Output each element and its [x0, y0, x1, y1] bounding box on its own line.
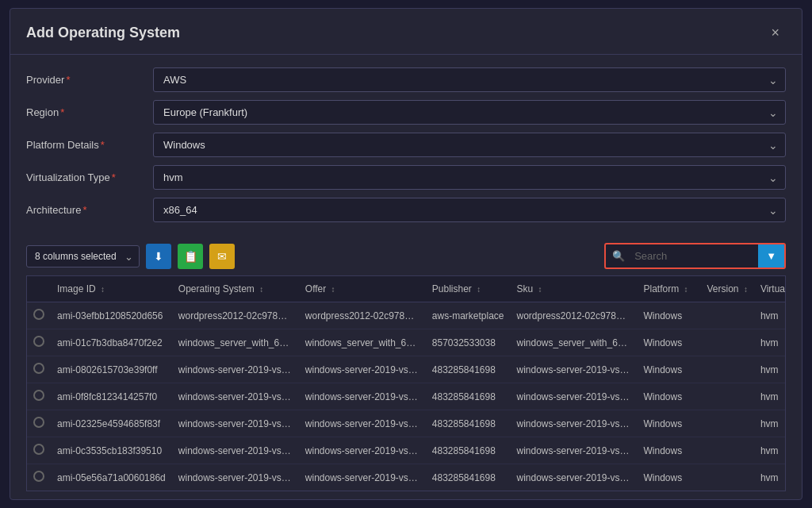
col-platform: Platform ↕: [638, 276, 701, 302]
table-body: ami-03efbb1208520d656 wordpress2012-02c9…: [27, 302, 786, 492]
virtualization-type-select[interactable]: hvm paravirtual: [153, 165, 786, 190]
cell-image-id: ami-0f8fc8123414257f0: [51, 383, 172, 410]
search-input[interactable]: [631, 245, 758, 267]
table-row[interactable]: ami-01c7b3dba8470f2e2 windows_server_wit…: [27, 329, 786, 356]
row-radio-5[interactable]: [33, 444, 44, 455]
cell-os: windows-server-2019-vs2019-1 690841117: [172, 383, 299, 410]
cell-publisher: 483285841698: [426, 464, 511, 491]
cell-publisher: 857032533038: [426, 329, 511, 356]
copy-button[interactable]: 📋: [178, 244, 203, 269]
cell-platform: Windows: [638, 491, 701, 492]
cell-sku: windows-server-2019-vs2019-1 686588012: [511, 464, 638, 491]
provider-row: Provider* AWS Azure GCP: [26, 67, 786, 92]
sort-image-id-icon[interactable]: ↕: [101, 285, 105, 294]
table-row[interactable]: ami-0c3535cb183f39510 windows-server-201…: [27, 437, 786, 464]
table-row[interactable]: ami-0f8fc8123414257f0 windows-server-201…: [27, 383, 786, 410]
row-select-cell[interactable]: [27, 491, 51, 492]
cell-virt-type: hvm: [754, 383, 786, 410]
cell-platform: Windows: [638, 410, 701, 437]
architecture-select-wrapper: x86_64 arm64 i386: [153, 198, 786, 222]
columns-select[interactable]: 8 columns selected: [26, 245, 140, 267]
cell-os: wordpress2012-02c97872-e1ee-4204-b975-30…: [172, 302, 299, 329]
region-select-wrapper: Europe (Frankfurt) US East (N. Virginia)…: [153, 100, 786, 125]
download-csv-icon: ⬇: [154, 250, 163, 263]
platform-details-select-wrapper: Windows Linux: [153, 133, 786, 157]
row-select-cell[interactable]: [27, 410, 51, 437]
region-select[interactable]: Europe (Frankfurt) US East (N. Virginia)…: [153, 100, 786, 125]
share-button[interactable]: ✉: [209, 244, 235, 269]
cell-image-id: ami-059f12ee2ac19f7bf: [51, 491, 172, 492]
row-radio-3[interactable]: [33, 390, 44, 401]
cell-offer: windows-server-2019-vs2019-1 686588012: [299, 464, 426, 491]
close-button[interactable]: ×: [764, 21, 786, 44]
cell-offer: windows-server-2019-vs2019-1 690841117: [299, 356, 426, 383]
row-select-cell[interactable]: [27, 329, 51, 356]
table-row[interactable]: ami-02325e4594685f83f windows-server-201…: [27, 410, 786, 437]
virtualization-type-select-wrapper: hvm paravirtual: [153, 165, 786, 190]
row-select-cell[interactable]: [27, 302, 51, 329]
virtualization-type-row: Virtualization Type* hvm paravirtual: [26, 165, 786, 190]
architecture-label: Architecture*: [26, 204, 153, 216]
modal-header: Add Operating System ×: [10, 9, 802, 55]
cell-sku: windows_server_with_64GB_dat a_volume: [511, 329, 638, 356]
row-radio-1[interactable]: [33, 336, 44, 347]
platform-details-select[interactable]: Windows Linux: [153, 133, 786, 157]
provider-select[interactable]: AWS Azure GCP: [153, 67, 786, 92]
cell-version: [701, 410, 754, 437]
row-radio-0[interactable]: [33, 309, 44, 320]
cell-sku: windows-server-2019-vs2019-1 690841117: [511, 383, 638, 410]
copy-icon: 📋: [184, 250, 197, 263]
cell-virt-type: hvm: [754, 464, 786, 491]
sort-os-icon[interactable]: ↕: [259, 285, 263, 294]
cell-offer: windows_server_with_64GB_dat a_volume: [299, 329, 426, 356]
sort-publisher-icon[interactable]: ↕: [477, 285, 481, 294]
download-csv-button[interactable]: ⬇: [146, 244, 171, 269]
toolbar: 8 columns selected ⬇ 📋 ✉ 🔍 ▼: [10, 237, 802, 275]
col-publisher: Publisher ↕: [426, 276, 511, 302]
cell-publisher: 483285841698: [426, 383, 511, 410]
table-row[interactable]: ami-03efbb1208520d656 wordpress2012-02c9…: [27, 302, 786, 329]
cell-platform: Windows: [638, 464, 701, 491]
cell-sku: windows-server-2019-vs2019-1 688156028: [511, 410, 638, 437]
row-radio-6[interactable]: [33, 471, 44, 482]
sort-sku-icon[interactable]: ↕: [538, 285, 542, 294]
sort-platform-icon[interactable]: ↕: [684, 285, 688, 294]
cell-offer: windows-server-2019-vs2019-1 688156028: [299, 410, 426, 437]
table-row[interactable]: ami-059f12ee2ac19f7bf windows-server-201…: [27, 491, 786, 492]
cell-version: [701, 383, 754, 410]
provider-select-wrapper: AWS Azure GCP: [153, 67, 786, 92]
provider-label: Provider*: [26, 74, 153, 86]
row-radio-4[interactable]: [33, 417, 44, 428]
table-row[interactable]: ami-05e56a71a0060186d windows-server-201…: [27, 464, 786, 491]
row-select-cell[interactable]: [27, 383, 51, 410]
filter-icon: ▼: [766, 250, 776, 262]
architecture-select[interactable]: x86_64 arm64 i386: [153, 198, 786, 222]
sort-offer-icon[interactable]: ↕: [331, 285, 335, 294]
filter-button[interactable]: ▼: [758, 244, 784, 267]
cell-publisher: 483285841698: [426, 437, 511, 464]
cell-offer: windows-server-2019-vs2019-1 690841117: [299, 383, 426, 410]
cell-sku: windows-server-2019-vs2019-1 686588012: [511, 491, 638, 492]
form-section: Provider* AWS Azure GCP Region* Europe (…: [10, 55, 802, 237]
cell-virt-type: hvm: [754, 437, 786, 464]
row-radio-2[interactable]: [33, 363, 44, 374]
modal-title: Add Operating System: [26, 25, 180, 41]
platform-details-row: Platform Details* Windows Linux: [26, 133, 786, 157]
cell-os: windows-server-2019-vs2019-1 690841117: [172, 356, 299, 383]
cell-version: [701, 437, 754, 464]
add-os-modal: Add Operating System × Provider* AWS Azu…: [10, 8, 802, 500]
os-table: Image ID ↕ Operating System ↕ Offer ↕ Pu…: [27, 276, 786, 491]
cell-image-id: ami-02325e4594685f83f: [51, 410, 172, 437]
search-wrapper: 🔍 ▼: [604, 243, 786, 269]
row-select-cell[interactable]: [27, 437, 51, 464]
cell-image-id: ami-0802615703e39f0ff: [51, 356, 172, 383]
sort-version-icon[interactable]: ↕: [744, 285, 748, 294]
table-row[interactable]: ami-0802615703e39f0ff windows-server-201…: [27, 356, 786, 383]
cell-platform: Windows: [638, 302, 701, 329]
row-select-cell[interactable]: [27, 464, 51, 491]
row-select-cell[interactable]: [27, 356, 51, 383]
cell-image-id: ami-0c3535cb183f39510: [51, 437, 172, 464]
cell-publisher: 483285841698: [426, 356, 511, 383]
cell-publisher: 483285841698: [426, 410, 511, 437]
cell-version: [701, 464, 754, 491]
